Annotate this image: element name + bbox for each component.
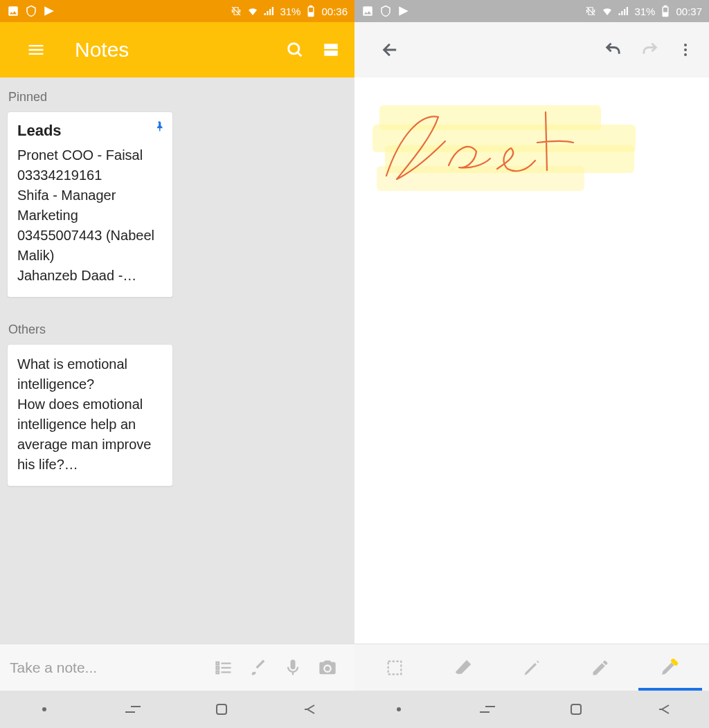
home-icon (568, 701, 584, 718)
notes-list-screen: 31% 00:36 Notes Pinned Leads Pronet COO … (0, 0, 354, 728)
pin-icon (153, 119, 165, 134)
svg-rect-8 (217, 671, 219, 673)
pen-icon (522, 658, 541, 677)
wifi-icon (246, 5, 259, 17)
camera-icon (318, 658, 337, 677)
more-vert-icon (677, 42, 694, 58)
svg-rect-2 (309, 12, 313, 16)
wifi-icon (601, 5, 613, 17)
shield-icon (25, 5, 37, 17)
nav-bar-left (0, 691, 354, 728)
nav-back[interactable] (289, 695, 331, 723)
signal-icon (263, 5, 276, 17)
svg-rect-7 (217, 666, 219, 669)
take-note-input[interactable]: Take a note... (10, 659, 206, 676)
overflow-button[interactable] (670, 35, 701, 65)
play-icon (43, 5, 55, 17)
recents-icon (477, 701, 498, 718)
svg-rect-12 (665, 6, 667, 8)
active-tool-indicator (638, 688, 702, 691)
svg-point-16 (684, 53, 687, 56)
app-bar-left: Notes (0, 22, 354, 78)
checklist-button[interactable] (206, 650, 241, 685)
svg-point-15 (684, 48, 687, 51)
dot-icon (396, 707, 402, 712)
compose-bar: Take a note... (0, 644, 354, 691)
note-body: What is emotional intelligence? How does… (17, 354, 163, 475)
highlighter-tool[interactable] (648, 650, 690, 685)
note-title: Leads (17, 122, 163, 140)
notes-content: Pinned Leads Pronet COO - Faisal 0333421… (0, 78, 354, 644)
redo-button[interactable] (634, 35, 665, 65)
svg-rect-6 (217, 662, 219, 664)
svg-rect-17 (388, 661, 401, 674)
play-icon (397, 5, 410, 17)
image-icon (7, 5, 19, 17)
nav-home[interactable] (555, 695, 597, 723)
app-title: Notes (75, 38, 274, 62)
svg-rect-13 (663, 12, 667, 16)
list-view-icon (322, 41, 340, 59)
menu-button[interactable] (21, 35, 51, 65)
nav-recents[interactable] (467, 695, 508, 723)
status-bar-left: 31% 00:36 (0, 0, 354, 22)
svg-point-9 (42, 707, 46, 711)
battery-icon (659, 5, 672, 17)
eraser-tool[interactable] (442, 650, 484, 685)
clock-time: 00:37 (676, 6, 702, 17)
drawing-screen: 31% 00:37 Test (354, 0, 709, 728)
recents-icon (123, 701, 143, 718)
back-icon (302, 701, 318, 718)
others-section-label: Others (7, 318, 348, 344)
handwriting-ink: Test (373, 100, 649, 210)
svg-point-14 (684, 44, 687, 46)
svg-rect-19 (571, 704, 581, 714)
back-button[interactable] (375, 35, 406, 65)
signal-icon (618, 5, 630, 17)
svg-rect-10 (217, 704, 226, 714)
arrow-left-icon (381, 40, 400, 60)
hamburger-icon (26, 40, 46, 60)
search-icon (285, 40, 305, 60)
view-toggle-button[interactable] (316, 35, 346, 65)
brush-icon (249, 658, 268, 677)
undo-button[interactable] (598, 35, 629, 65)
svg-rect-4 (324, 44, 338, 49)
app-bar-right (354, 22, 709, 78)
drawing-canvas[interactable]: Test (354, 78, 709, 644)
svg-point-18 (397, 707, 401, 711)
back-icon (656, 701, 673, 718)
battery-pct: 31% (634, 6, 655, 17)
note-card-other[interactable]: What is emotional intelligence? How does… (7, 344, 173, 486)
pinned-section-label: Pinned (7, 86, 348, 111)
pen-tool[interactable] (511, 650, 553, 685)
voice-button[interactable] (276, 650, 310, 685)
camera-button[interactable] (310, 650, 345, 685)
draw-button[interactable] (241, 650, 276, 685)
select-tool[interactable] (374, 650, 415, 685)
pencil-icon (591, 658, 610, 677)
search-button[interactable] (280, 35, 310, 65)
battery-icon (305, 5, 317, 17)
select-icon (385, 658, 404, 677)
drawing-toolbar (354, 644, 709, 691)
highlighter-icon (658, 657, 679, 678)
clock-time: 00:36 (321, 6, 348, 17)
redo-icon (640, 40, 659, 60)
home-icon (213, 701, 230, 718)
pencil-tool[interactable] (580, 650, 621, 685)
nav-dot[interactable] (24, 695, 65, 723)
mic-icon (283, 658, 303, 677)
undo-icon (604, 40, 623, 60)
nav-home[interactable] (201, 695, 242, 723)
shield-icon (379, 5, 392, 17)
status-bar-right: 31% 00:37 (354, 0, 709, 22)
nav-dot[interactable] (378, 695, 420, 723)
dot-icon (42, 707, 47, 712)
eraser-icon (453, 657, 474, 678)
note-card-pinned[interactable]: Leads Pronet COO - Faisal 03334219161 Sh… (7, 111, 173, 298)
nav-back[interactable] (644, 695, 685, 723)
nav-recents[interactable] (112, 695, 154, 723)
svg-rect-5 (324, 51, 338, 56)
note-body: Pronet COO - Faisal 03334219161 Shifa - … (17, 145, 163, 286)
